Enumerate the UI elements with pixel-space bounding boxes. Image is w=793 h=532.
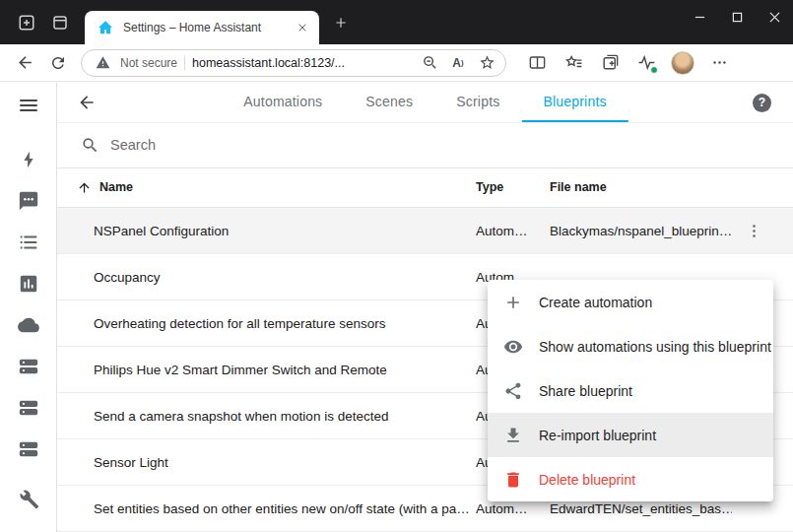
table-header: Name Type File name — [57, 168, 793, 208]
address-divider — [184, 56, 185, 70]
menu-item-show-automations[interactable]: Show automations using this blueprint — [488, 324, 773, 368]
new-tab-button[interactable] — [327, 9, 355, 36]
sort-ascending-icon — [77, 180, 92, 195]
trash-icon — [503, 470, 523, 490]
window-controls — [681, 0, 793, 33]
browser-menu-icon[interactable] — [706, 50, 732, 76]
row-name: Set entities based on other entities new… — [57, 501, 476, 516]
read-aloud-icon[interactable]: A) — [447, 52, 469, 74]
column-header-type[interactable]: Type — [476, 180, 550, 194]
not-secure-warning-icon[interactable] — [92, 52, 113, 74]
browser-essentials-icon[interactable] — [633, 50, 659, 76]
favorites-icon[interactable] — [561, 50, 586, 76]
profile-avatar[interactable] — [670, 50, 695, 76]
download-icon — [503, 426, 523, 445]
browser-window: Settings – Home Assistant — [0, 0, 793, 532]
browser-tab[interactable]: Settings – Home Assistant — [85, 11, 319, 44]
sidebar-item-logbook[interactable] — [0, 222, 56, 263]
row-file: EdwardTEN/set_entities_bas… — [550, 501, 732, 516]
sidebar-item-cloud[interactable] — [0, 304, 56, 346]
collections-icon[interactable] — [597, 50, 623, 76]
row-name: Occupancy — [57, 270, 476, 285]
browser-toolbar: Not secure homeassistant.local:8123/... … — [0, 44, 793, 82]
row-name: Overheating detection for all temperatur… — [57, 316, 476, 331]
help-button[interactable]: ? — [753, 94, 771, 112]
tab-scripts[interactable]: Scripts — [434, 83, 521, 122]
tab-title: Settings – Home Assistant — [123, 21, 287, 34]
split-screen-icon[interactable] — [524, 50, 550, 76]
row-file: Blackymas/nspanel_blueprin… — [550, 224, 732, 238]
sidebar-item-energy[interactable] — [0, 139, 56, 180]
favorite-star-icon[interactable] — [476, 52, 497, 74]
search-input[interactable]: Search — [110, 137, 156, 153]
menu-item-label: Show automations using this blueprint — [539, 339, 771, 355]
row-name: Sensor Light — [57, 455, 476, 470]
menu-item-share-blueprint[interactable]: Share blueprint — [488, 368, 773, 413]
tab-actions-icon[interactable] — [43, 6, 77, 39]
sidebar-menu-icon[interactable] — [0, 83, 56, 127]
workspaces-icon[interactable] — [10, 6, 43, 39]
tab-blueprints[interactable]: Blueprints — [521, 83, 628, 122]
address-bar[interactable]: Not secure homeassistant.local:8123/... … — [81, 49, 506, 77]
sidebar-item-assist[interactable] — [0, 180, 56, 222]
menu-item-delete-blueprint[interactable]: Delete blueprint — [488, 457, 773, 501]
plus-icon — [503, 293, 523, 312]
row-name: Philips Hue v2 Smart Dimmer Switch and R… — [57, 363, 476, 377]
essentials-status-dot — [650, 66, 658, 74]
row-name: NSPanel Configuration — [57, 224, 476, 238]
ha-nav-tabs: Automations Scenes Scripts Blueprints — [222, 83, 628, 122]
sidebar-item-history[interactable] — [0, 263, 56, 304]
row-name: Send a camera snapshot when motion is de… — [57, 409, 476, 424]
ha-back-icon[interactable] — [67, 83, 106, 122]
eye-icon — [503, 337, 523, 357]
home-assistant-favicon — [95, 17, 116, 38]
column-header-name[interactable]: Name — [57, 180, 476, 195]
menu-item-label: Delete blueprint — [539, 472, 635, 488]
toolbar-actions — [524, 50, 732, 76]
row-type: Autom… — [476, 224, 550, 238]
maximize-button[interactable] — [718, 0, 756, 33]
security-label: Not secure — [120, 56, 177, 70]
menu-item-label: Share blueprint — [539, 383, 632, 399]
sidebar-item-tools[interactable] — [0, 479, 56, 520]
blueprint-context-menu: Create automation Show automations using… — [488, 280, 773, 501]
back-icon[interactable] — [10, 48, 39, 78]
ha-sidebar — [0, 83, 57, 532]
avatar — [671, 51, 694, 75]
table-row[interactable]: NSPanel Configuration Autom… Blackymas/n… — [57, 208, 793, 254]
menu-item-reimport-blueprint[interactable]: Re-import blueprint — [488, 413, 773, 457]
menu-item-label: Create automation — [539, 295, 652, 310]
tab-scenes[interactable]: Scenes — [344, 83, 434, 122]
row-overflow-menu-button[interactable] — [732, 209, 775, 252]
menu-item-create-automation[interactable]: Create automation — [488, 280, 773, 324]
tab-automations[interactable]: Automations — [222, 83, 344, 122]
close-button[interactable] — [756, 0, 793, 33]
column-header-file[interactable]: File name — [550, 180, 732, 194]
menu-item-label: Re-import blueprint — [539, 428, 656, 443]
browser-titlebar: Settings – Home Assistant — [0, 0, 793, 44]
search-icon — [79, 134, 100, 156]
sidebar-item-server-3[interactable] — [0, 429, 56, 470]
sidebar-item-server-1[interactable] — [0, 346, 56, 387]
tab-close-icon[interactable] — [294, 19, 311, 36]
search-bar[interactable]: Search — [57, 123, 793, 168]
minimize-button[interactable] — [681, 0, 718, 33]
share-icon — [503, 381, 523, 401]
zoom-out-icon[interactable] — [419, 52, 440, 74]
sidebar-item-server-2[interactable] — [0, 387, 56, 429]
refresh-icon[interactable] — [43, 48, 73, 78]
url-text[interactable]: homeassistant.local:8123/... — [192, 56, 412, 70]
row-type: Autom… — [476, 501, 550, 516]
ha-header: Automations Scenes Scripts Blueprints ? — [57, 83, 793, 123]
